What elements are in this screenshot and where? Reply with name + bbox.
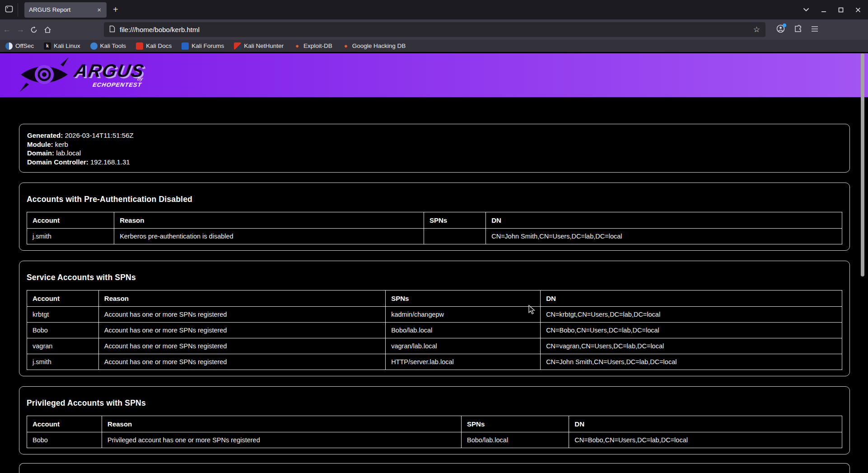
kali-forums-icon [182,42,189,50]
window-maximize-button[interactable] [838,7,844,13]
tab-title: ARGUS Report [29,6,96,13]
col-account: Account [27,212,114,229]
section-preauth-disabled: Accounts with Pre-Authentication Disable… [19,183,850,251]
table-row: krbtgt Account has one or more SPNs regi… [27,307,842,323]
section-next-partial [19,463,850,473]
offsec-icon [5,42,13,50]
firefox-view-button[interactable] [5,3,18,17]
col-dn: DN [541,290,842,307]
section-privileged-accounts-spns: Privileged Accounts with SPNs Account Re… [19,386,850,454]
tab-argus-report[interactable]: ARGUS Report × [24,2,107,18]
kali-docs-icon [136,42,143,50]
section-title: Privileged Accounts with SPNs [27,398,842,408]
menu-hamburger-icon[interactable] [811,26,818,34]
kali-nethunter-icon [234,42,241,50]
col-reason: Reason [102,416,462,432]
report-meta-box: Generated: 2026-03-14T11:51:56Z Module: … [19,124,850,173]
col-spns: SPNs [386,290,541,307]
service-spn-table: Account Reason SPNs DN krbtgt Account ha… [27,290,842,370]
table-row: Bobo Account has one or more SPNs regist… [27,323,842,338]
meta-module: Module: kerb [27,140,842,149]
report-banner: ARGUS by ECHOPENTEST [0,53,868,97]
account-button[interactable] [776,24,785,35]
table-header-row: Account Reason SPNs DN [27,416,842,432]
forward-icon[interactable]: → [14,25,27,34]
section-title: Service Accounts with SPNs [27,273,842,282]
page-file-icon [109,25,115,34]
meta-domain: Domain: lab.local [27,149,842,158]
argus-eye-icon [19,56,71,94]
argus-wordmark: ARGUS by ECHOPENTEST [71,62,146,88]
bookmark-kali-tools[interactable]: Kali Tools [90,42,126,50]
col-reason: Reason [98,290,385,307]
home-icon[interactable] [41,26,54,33]
kali-linux-icon: k [44,42,51,50]
kali-tools-icon [90,42,98,50]
exploit-db-icon: ● [294,42,301,50]
url-bar[interactable]: file:///home/bobo/kerb.html ☆ [104,22,765,37]
meta-domain-controller: Domain Controller: 192.168.1.31 [27,158,842,167]
bookmark-exploit-db[interactable]: ● Exploit-DB [294,42,332,50]
table-row: vagran Account has one or more SPNs regi… [27,338,842,354]
argus-logo: ARGUS by ECHOPENTEST [19,56,143,94]
extensions-puzzle-icon[interactable] [794,25,802,35]
bookmarks-bar: OffSec k Kali Linux Kali Tools Kali Docs… [0,40,868,52]
tab-close-icon[interactable]: × [96,6,102,14]
scrollbar-thumb[interactable] [861,53,864,276]
brand-name: ARGUS [73,62,146,79]
tab-list-chevron-icon[interactable] [803,8,809,12]
table-row: Bobo Privileged account has one or more … [27,432,842,448]
section-service-accounts-spns: Service Accounts with SPNs Account Reaso… [19,261,850,376]
nav-toolbar: ← → file:///home/bobo/kerb.html ☆ [0,19,868,40]
table-header-row: Account Reason SPNs DN [27,212,842,229]
col-reason: Reason [114,212,424,229]
col-spns: SPNs [424,212,486,229]
url-text: file:///home/bobo/kerb.html [120,26,753,33]
back-icon[interactable]: ← [0,25,14,34]
bookmark-kali-forums[interactable]: Kali Forums [182,42,224,50]
col-account: Account [27,416,102,432]
col-account: Account [27,290,99,307]
col-dn: DN [569,416,842,432]
window-minimize-button[interactable] [821,7,826,13]
brand-subtitle: ECHOPENTEST [71,81,142,88]
google-hacking-db-icon: ● [342,42,350,50]
meta-generated: Generated: 2026-03-14T11:51:56Z [27,131,842,140]
mouse-cursor [528,305,537,317]
account-notification-dot [783,23,786,27]
window-close-button[interactable] [855,7,861,13]
bookmark-offsec[interactable]: OffSec [5,42,34,50]
bookmark-star-icon[interactable]: ☆ [753,25,760,34]
table-header-row: Account Reason SPNs DN [27,290,842,307]
bookmark-google-hacking-db[interactable]: ● Google Hacking DB [342,42,406,50]
reload-icon[interactable] [27,26,41,33]
tab-strip: ARGUS Report × + [0,0,868,19]
page-viewport: ARGUS by ECHOPENTEST Generated: 2026-03-… [0,52,868,473]
table-row: j.smith Kerberos pre-authentication is d… [27,229,842,244]
privileged-spn-table: Account Reason SPNs DN Bobo Privileged a… [27,416,842,448]
firefox-view-icon [5,5,13,15]
preauth-table: Account Reason SPNs DN j.smith Kerberos … [27,212,842,244]
new-tab-button[interactable]: + [113,5,118,15]
bookmark-kali-linux[interactable]: k Kali Linux [44,42,80,50]
bookmark-kali-docs[interactable]: Kali Docs [136,42,172,50]
section-title: Accounts with Pre-Authentication Disable… [27,195,842,204]
col-spns: SPNs [462,416,569,432]
table-row: j.smith Account has one or more SPNs reg… [27,354,842,370]
col-dn: DN [486,212,842,229]
bookmark-kali-nethunter[interactable]: Kali NetHunter [234,42,284,50]
